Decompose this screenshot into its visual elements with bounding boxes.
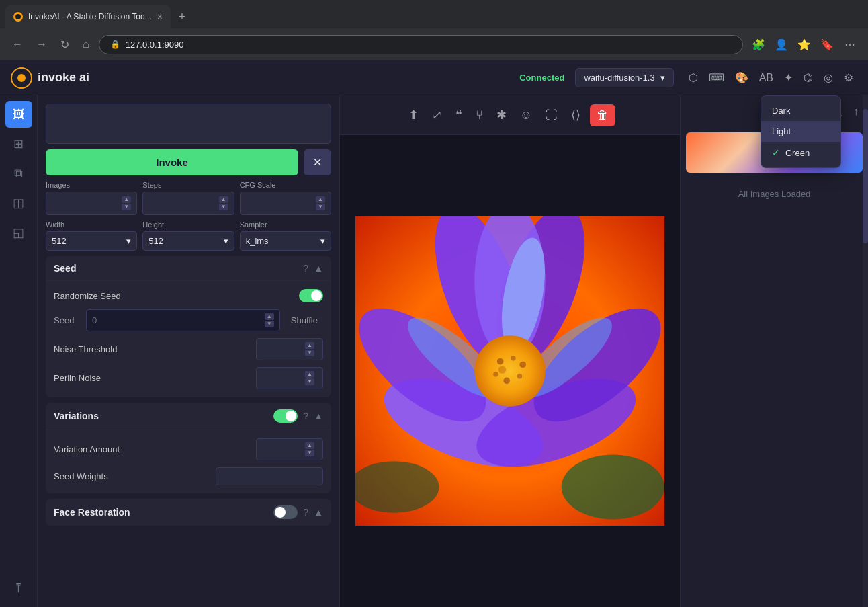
seed-help-icon[interactable]: ? — [303, 263, 308, 274]
theme-dark-option[interactable]: Dark — [761, 100, 840, 121]
cfg-down[interactable]: ▼ — [316, 204, 325, 210]
width-select[interactable]: 512 ▾ — [46, 231, 137, 251]
seed-collapse-icon[interactable]: ▲ — [314, 263, 323, 274]
height-chevron-icon: ▾ — [224, 236, 228, 246]
home-button[interactable]: ⌂ — [79, 36, 93, 53]
model-selector[interactable]: waifu-diffusion-1.3 ▾ — [575, 68, 673, 87]
seed-up[interactable]: ▲ — [265, 313, 274, 320]
theme-light-label: Light — [772, 126, 791, 136]
perlin-noise-row: Perlin Noise 0 ▲ ▼ — [54, 367, 323, 389]
extensions-button[interactable]: 🧩 — [748, 34, 769, 54]
cfg-input[interactable]: 7.5 — [246, 198, 316, 208]
cfg-up[interactable]: ▲ — [316, 196, 325, 203]
theme-light-option[interactable]: Light — [761, 121, 840, 142]
emoji-button[interactable]: ☺ — [516, 104, 536, 126]
sidebar-item-gallery[interactable]: ⊞ — [5, 130, 32, 157]
perlin-down[interactable]: ▼ — [305, 378, 314, 385]
variation-up[interactable]: ▲ — [305, 442, 314, 449]
forward-button[interactable]: → — [32, 36, 51, 53]
images-input[interactable]: 1 — [52, 198, 122, 208]
perlin-noise-input[interactable]: 0 — [262, 373, 302, 383]
asterisk-button[interactable]: ✱ — [492, 104, 511, 126]
invoke-button[interactable]: Invoke — [46, 149, 298, 175]
seed-section-header[interactable]: Seed ? ▲ — [46, 256, 331, 280]
variation-down[interactable]: ▼ — [305, 450, 314, 456]
noise-down[interactable]: ▼ — [305, 350, 314, 356]
seed-weights-input[interactable] — [222, 471, 302, 481]
address-text: 127.0.0.1:9090 — [126, 40, 184, 50]
sidebar-item-photo[interactable]: ◱ — [5, 219, 32, 246]
new-tab-button[interactable]: + — [173, 7, 191, 27]
settings-icon-button[interactable]: ⚙ — [840, 67, 857, 88]
cfg-param: CFG Scale 7.5 ▲ ▼ — [240, 181, 331, 215]
randomize-seed-toggle[interactable] — [299, 289, 323, 302]
seed-down[interactable]: ▼ — [265, 321, 274, 327]
delete-button[interactable]: 🗑 — [590, 104, 615, 126]
images-up[interactable]: ▲ — [122, 196, 131, 203]
collections-button[interactable]: 🔖 — [817, 34, 837, 54]
maximize-button[interactable]: ⛶ — [541, 104, 562, 126]
cancel-button[interactable]: ✕ — [304, 149, 331, 175]
theme-dark-label: Dark — [772, 106, 790, 116]
wh-row: Width 512 ▾ Height 512 ▾ Sampler — [46, 220, 331, 251]
panel-arrow-button[interactable]: ↑ — [849, 101, 863, 122]
variations-toggle[interactable] — [273, 409, 298, 423]
face-restoration-toggle[interactable] — [273, 505, 298, 519]
width-label: Width — [46, 220, 137, 229]
refresh-button[interactable]: ↻ — [56, 36, 73, 54]
steps-up[interactable]: ▲ — [219, 196, 228, 203]
variations-collapse-icon[interactable]: ▲ — [314, 411, 323, 421]
logo: invoke ai — [11, 67, 89, 89]
ab-icon-button[interactable]: AB — [755, 67, 777, 88]
star-icon-button[interactable]: ✦ — [780, 67, 797, 88]
images-down[interactable]: ▼ — [122, 204, 131, 210]
tab-close-button[interactable]: × — [157, 11, 163, 22]
expand-button[interactable]: ⤢ — [428, 104, 446, 126]
share-button[interactable]: ⬆ — [404, 104, 423, 126]
generated-image — [355, 216, 664, 526]
sampler-select[interactable]: k_lms ▾ — [240, 231, 331, 251]
favorites-button[interactable]: ⭐ — [794, 34, 814, 54]
model-chevron-icon: ▾ — [660, 73, 665, 83]
face-restoration-help-icon[interactable]: ? — [303, 507, 308, 518]
address-bar[interactable]: 🔒 127.0.0.1:9090 — [99, 35, 743, 54]
back-button[interactable]: ← — [8, 36, 27, 53]
noise-up[interactable]: ▲ — [305, 342, 314, 349]
face-restoration-collapse-icon[interactable]: ▲ — [314, 507, 323, 518]
steps-input[interactable]: 20 — [148, 198, 218, 208]
scrollbar-thumb[interactable] — [863, 109, 868, 243]
discord-icon-button[interactable]: ◎ — [820, 67, 837, 88]
branch-button[interactable]: ⑂ — [472, 104, 487, 126]
more-button[interactable]: ⋯ — [840, 34, 860, 54]
randomize-seed-label: Randomize Seed — [54, 291, 121, 301]
code-button[interactable]: ⟨⟩ — [567, 104, 584, 126]
security-icon: 🔒 — [110, 40, 120, 49]
sidebar-item-generate[interactable]: 🖼 — [5, 101, 32, 128]
sidebar-item-layers[interactable]: ⧉ — [5, 160, 32, 187]
variations-help-icon[interactable]: ? — [303, 411, 308, 421]
cube-icon-button[interactable]: ⬡ — [685, 67, 702, 88]
palette-icon-button[interactable]: 🎨 — [731, 67, 752, 88]
theme-green-option[interactable]: ✓ Green — [761, 142, 840, 163]
active-tab[interactable]: InvokeAI - A Stable Diffusion Too... × — [5, 5, 171, 28]
profile-button[interactable]: 👤 — [771, 34, 791, 54]
variations-section-header[interactable]: Variations ? ▲ — [46, 403, 331, 430]
perlin-up[interactable]: ▲ — [305, 371, 314, 378]
github-icon-button[interactable]: ⌬ — [799, 67, 817, 88]
quote-button[interactable]: ❝ — [451, 104, 466, 126]
shuffle-button[interactable]: Shuffle — [286, 313, 323, 328]
sidebar-item-grid[interactable]: ◫ — [5, 190, 32, 216]
face-restoration-title: Face Restoration — [54, 507, 268, 518]
sidebar-item-upload[interactable]: ⤒ — [5, 575, 32, 602]
prompt-input[interactable] — [46, 104, 331, 144]
height-select[interactable]: 512 ▾ — [142, 231, 234, 251]
face-restoration-section: Face Restoration ? ▲ — [46, 499, 331, 526]
face-restoration-section-header[interactable]: Face Restoration ? ▲ — [46, 499, 331, 526]
noise-threshold-input[interactable]: 0 — [262, 344, 302, 354]
variation-amount-input[interactable]: 0.1 — [262, 444, 302, 454]
seed-spinners: ▲ ▼ — [265, 313, 274, 327]
scrollbar[interactable] — [863, 95, 868, 607]
svg-point-21 — [498, 366, 507, 374]
keyboard-icon-button[interactable]: ⌨ — [705, 67, 728, 88]
steps-down[interactable]: ▼ — [219, 204, 228, 210]
